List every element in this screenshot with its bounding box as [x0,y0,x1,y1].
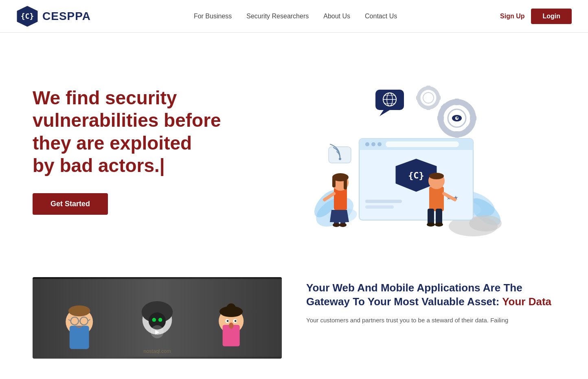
svg-marker-42 [380,110,390,116]
svg-rect-20 [365,205,394,209]
svg-point-93 [235,320,237,322]
nav-contact-us[interactable]: Contact Us [365,13,397,20]
video-characters-svg: nostaql.com [33,277,282,359]
svg-point-63 [429,173,444,179]
text-content: Your Web And Mobile Applications Are The… [306,277,555,325]
logo-icon: {C} [16,5,38,27]
logo-area[interactable]: {C} CESPPA [16,5,91,27]
video-container: ↗ 🕐 مشاهدة لاحقاً مشاركة CESPPA - How It… [33,277,282,359]
svg-rect-61 [429,187,444,211]
content-section: ↗ 🕐 مشاهدة لاحقاً مشاركة CESPPA - How It… [0,261,588,375]
nav-links: For Business Security Researchers About … [194,13,397,20]
hero-section: We find security vulnerabilities before … [0,33,588,261]
svg-point-34 [456,117,458,119]
play-button[interactable]: ▶ [151,325,164,338]
login-button[interactable]: Login [531,9,572,24]
svg-point-49 [339,158,341,160]
svg-point-67 [427,223,435,227]
svg-marker-51 [330,210,349,222]
svg-point-15 [377,142,382,146]
section-desc: Your customers and partners trust you to… [306,315,555,325]
svg-point-92 [227,320,229,322]
svg-point-36 [423,93,434,103]
nav-security-researchers[interactable]: Security Researchers [246,13,309,20]
svg-rect-16 [386,141,459,147]
svg-rect-50 [334,187,347,210]
svg-rect-26 [437,116,444,121]
hero-title: We find security vulnerabilities before … [33,87,252,177]
hero-svg: {C} ★ ★ ★ ★ [298,65,510,236]
svg-text:{C}: {C} [21,12,34,20]
svg-rect-19 [365,200,402,203]
svg-rect-54 [332,177,336,187]
section-title: Your Web And Mobile Applications Are The… [306,281,555,309]
svg-point-9 [469,215,502,231]
svg-rect-55 [344,177,347,190]
hero-illustration: {C} ★ ★ ★ ★ [252,65,555,236]
svg-text:{C}: {C} [408,170,424,181]
svg-rect-37 [426,86,430,90]
get-started-button[interactable]: Get Started [33,193,108,215]
svg-rect-27 [470,116,476,121]
svg-point-88 [226,304,236,313]
svg-rect-39 [416,96,420,100]
signup-link[interactable]: Sign Up [500,13,524,20]
svg-rect-40 [437,96,441,100]
logo-text: CESPPA [42,10,91,23]
svg-point-89 [229,322,233,328]
svg-point-68 [435,223,443,227]
svg-point-79 [68,305,90,316]
svg-rect-25 [454,131,459,138]
svg-rect-24 [454,99,459,105]
nav-actions: Sign Up Login [500,9,572,24]
svg-point-14 [371,142,375,146]
svg-text:nostaql.com: nostaql.com [144,348,171,354]
navbar: {C} CESPPA For Business Security Researc… [0,0,588,33]
hero-left: We find security vulnerabilities before … [33,87,252,215]
svg-point-83 [152,318,156,322]
nav-about-us[interactable]: About Us [323,13,350,20]
svg-rect-73 [70,326,89,349]
svg-point-59 [333,223,340,227]
nav-for-business[interactable]: For Business [194,13,232,20]
svg-point-84 [158,318,162,322]
svg-point-60 [339,223,347,227]
section-title-highlight: Your Data [502,295,551,308]
svg-rect-38 [426,106,430,110]
svg-point-13 [365,142,369,146]
video-thumbnail[interactable]: ↗ 🕐 مشاهدة لاحقاً مشاركة CESPPA - How It… [33,277,282,359]
